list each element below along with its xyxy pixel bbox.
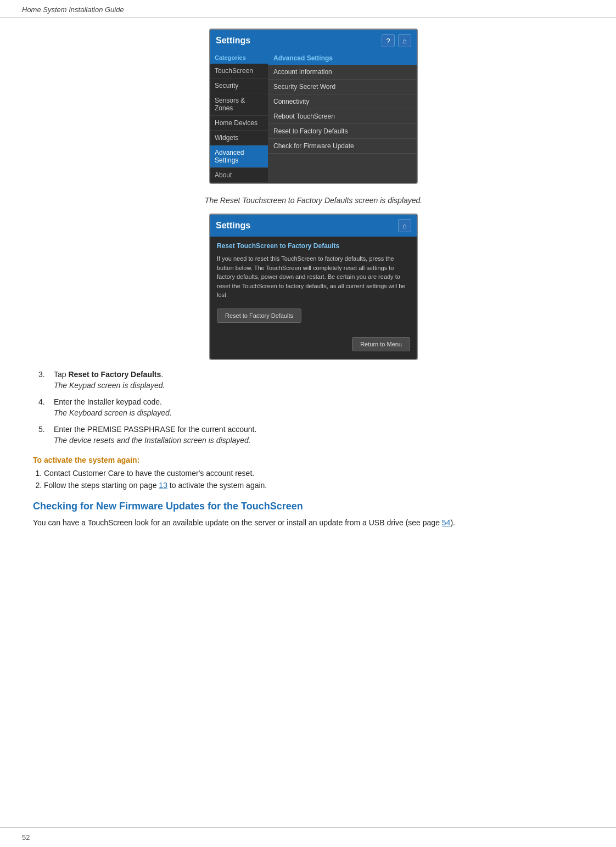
- activate-item-2-text-after: to activate the system again.: [167, 481, 267, 490]
- reset-body: Reset TouchScreen to Factory Defaults If…: [210, 237, 417, 359]
- header-icons: ? ⌂: [382, 34, 411, 47]
- return-menu-button[interactable]: Return to Menu: [352, 337, 410, 351]
- submenu-security-secret[interactable]: Security Secret Word: [268, 80, 417, 94]
- page-header: Home System Installation Guide: [0, 0, 616, 18]
- reset-title: Settings: [216, 221, 250, 231]
- reset-home-icon[interactable]: ⌂: [398, 219, 411, 232]
- step-4-italic: The Keyboard screen is displayed.: [54, 408, 594, 417]
- activate-item-1: Contact Customer Care to have the custom…: [44, 469, 594, 478]
- activate-heading: To activate the system again:: [33, 456, 594, 464]
- submenu-connectivity[interactable]: Connectivity: [268, 94, 417, 109]
- step-5: 5. Enter the PREMISE PASSPHRASE for the …: [38, 425, 594, 445]
- reset-section-title: Reset TouchScreen to Factory Defaults: [217, 242, 410, 250]
- sidebar-item-security[interactable]: Security: [210, 78, 268, 93]
- activate-item-2: Follow the steps starting on page 13 to …: [44, 481, 594, 490]
- step-3: 3. Tap Reset to Factory Defaults. The Ke…: [38, 370, 594, 390]
- sidebar-1: Categories TouchScreen Security Sensors …: [210, 52, 268, 183]
- step-3-bold: Reset to Factory Defaults: [68, 370, 161, 379]
- categories-label: Categories: [210, 52, 268, 64]
- reset-footer: Return to Menu: [217, 334, 410, 354]
- reset-description: If you need to reset this TouchScreen to…: [217, 254, 410, 300]
- step-5-number: 5.: [38, 425, 49, 434]
- home-icon[interactable]: ⌂: [398, 34, 411, 47]
- submenu-firmware[interactable]: Check for Firmware Update: [268, 139, 417, 154]
- page-number: 52: [22, 833, 30, 842]
- firmware-heading: Checking for New Firmware Updates for th…: [33, 501, 594, 512]
- sidebar-item-about[interactable]: About: [210, 168, 268, 183]
- widget1-wrapper: Settings ? ⌂ Categories TouchScreen Secu…: [33, 29, 594, 189]
- step-3-italic: The Keypad screen is displayed.: [54, 381, 594, 390]
- submenu-reset-factory[interactable]: Reset to Factory Defaults: [268, 124, 417, 139]
- reset-header: Settings ⌂: [210, 215, 417, 237]
- page-content: Settings ? ⌂ Categories TouchScreen Secu…: [0, 18, 616, 556]
- step-5-text: Enter the PREMISE PASSPHRASE for the cur…: [54, 425, 256, 434]
- submenu-header: Advanced Settings: [268, 52, 417, 65]
- activate-list: Contact Customer Care to have the custom…: [44, 469, 594, 490]
- step-4-content: Enter the Installer keypad code. The Key…: [54, 397, 594, 417]
- submenu-account-info[interactable]: Account Information: [268, 65, 417, 80]
- widget2-wrapper: Settings ⌂ Reset TouchScreen to Factory …: [33, 214, 594, 360]
- step-3-number: 3.: [38, 370, 49, 379]
- help-icon[interactable]: ?: [382, 34, 395, 47]
- steps-list: 3. Tap Reset to Factory Defaults. The Ke…: [33, 370, 594, 445]
- firmware-body: You can have a TouchScreen look for an a…: [33, 517, 594, 529]
- header-title: Home System Installation Guide: [22, 5, 124, 14]
- settings-title-1: Settings: [216, 36, 250, 46]
- sidebar-item-sensors[interactable]: Sensors & Zones: [210, 93, 268, 116]
- firmware-link-54[interactable]: 54: [442, 518, 451, 527]
- sidebar-item-home-devices[interactable]: Home Devices: [210, 116, 268, 131]
- settings-header-1: Settings ? ⌂: [210, 30, 417, 52]
- settings-widget-1: Settings ? ⌂ Categories TouchScreen Secu…: [209, 29, 418, 184]
- submenu-reboot[interactable]: Reboot TouchScreen: [268, 109, 417, 124]
- step-3-content: Tap Reset to Factory Defaults. The Keypa…: [54, 370, 594, 390]
- activate-item-1-text: Contact Customer Care to have the custom…: [44, 469, 254, 478]
- step-3-text-before: Tap: [54, 370, 68, 379]
- activate-link-13[interactable]: 13: [159, 481, 167, 490]
- step-5-content: Enter the PREMISE PASSPHRASE for the cur…: [54, 425, 594, 445]
- firmware-body-after: ).: [450, 518, 455, 527]
- page-footer: 52: [0, 827, 616, 847]
- sidebar-item-widgets[interactable]: Widgets: [210, 131, 268, 145]
- settings-body-1: Categories TouchScreen Security Sensors …: [210, 52, 417, 183]
- sidebar-item-advanced-settings[interactable]: Advanced Settings: [210, 145, 268, 168]
- reset-widget: Settings ⌂ Reset TouchScreen to Factory …: [209, 214, 418, 360]
- step-3-text-after: .: [161, 370, 163, 379]
- step-5-italic: The device resets and the Installation s…: [54, 436, 594, 445]
- activate-item-2-text-before: Follow the steps starting on page: [44, 481, 159, 490]
- step-4-number: 4.: [38, 397, 49, 406]
- caption-1: The Reset Touchscreen to Factory Default…: [33, 196, 594, 205]
- firmware-body-before: You can have a TouchScreen look for an a…: [33, 518, 442, 527]
- step-4-text: Enter the Installer keypad code.: [54, 397, 162, 406]
- sidebar-item-touchscreen[interactable]: TouchScreen: [210, 64, 268, 78]
- step-4: 4. Enter the Installer keypad code. The …: [38, 397, 594, 417]
- content-panel-1: Advanced Settings Account Information Se…: [268, 52, 417, 183]
- reset-factory-button[interactable]: Reset to Factory Defaults: [217, 308, 301, 323]
